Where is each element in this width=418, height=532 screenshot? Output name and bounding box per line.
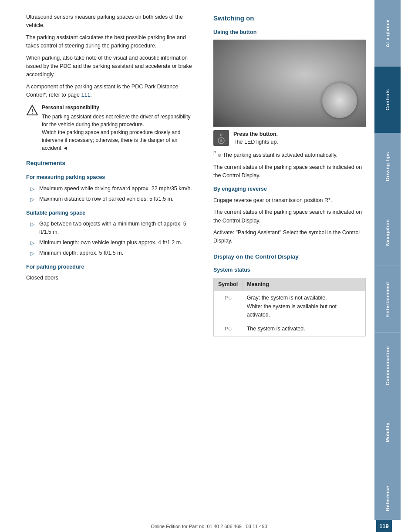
symbol-cell-1: P⊙ [214, 291, 243, 322]
measuring-bullet-1: ▷ Maximum speed while driving forward ap… [26, 185, 196, 193]
svg-point-3 [246, 69, 288, 106]
for-parking-text: Closed doors. [26, 274, 196, 282]
button-desc-1: Press the button. [233, 131, 278, 137]
svg-point-17 [220, 139, 222, 142]
current-status-text: The current status of the parking space … [213, 208, 366, 225]
warning-text: Personal responsibility The parking assi… [42, 104, 196, 152]
using-button-title: Using the button [213, 28, 366, 37]
status-text-1: The current status of the parking space … [213, 163, 366, 180]
page-number: 119 [376, 520, 392, 532]
svg-rect-8 [323, 86, 335, 95]
bullet-arrow-icon: ▷ [30, 239, 37, 247]
svg-rect-5 [308, 75, 320, 84]
right-column: Switching on Using the button [205, 0, 374, 532]
by-engaging-title: By engaging reverse [213, 185, 366, 193]
engage-text: Engage reverse gear or transmission posi… [213, 196, 366, 205]
intro-para-1: Ultrasound sensors measure parking space… [26, 13, 196, 30]
intro-para-3: When parking, also take note of the visu… [26, 54, 196, 79]
activate-text: Activate: "Parking Assistant" Select the… [213, 229, 366, 246]
measuring-bullet-2: ▷ Maximum distance to row of parked vehi… [26, 195, 196, 204]
warning-icon: ! [26, 104, 38, 117]
table-col-symbol: Symbol [214, 278, 243, 291]
button-description: Press the button. The LED lights up. [233, 130, 278, 147]
system-status-table: Symbol Meaning P⊙ Gray: the system is no… [213, 278, 366, 337]
button-indicator: P Press the button. The LED lights up. [213, 130, 366, 147]
table-row: P⊙ The system is activated. [214, 322, 366, 336]
bullet-arrow-icon: ▷ [30, 249, 37, 258]
bullet-arrow-icon: ▷ [30, 185, 37, 193]
system-status-title: System status [213, 266, 366, 274]
svg-rect-2 [213, 42, 366, 124]
car-interior-image [213, 40, 366, 127]
sidebar: At a glance Controls Driving tips Naviga… [374, 0, 401, 532]
table-row: P⊙ Gray: the system is not available. Wh… [214, 291, 366, 322]
for-measuring-title: For measuring parking spaces [26, 173, 196, 182]
button-desc-2: The LED lights up. [233, 139, 278, 145]
bullet-arrow-icon: ▷ [30, 220, 37, 236]
warning-body-1: The parking assistant does not relieve t… [42, 114, 191, 128]
intro-para-2: The parking assistant calculates the bes… [26, 34, 196, 51]
left-column: Ultrasound sensors measure parking space… [0, 0, 205, 532]
intro-para-4: A component of the parking assistant is … [26, 83, 196, 100]
suitable-bullet-1: ▷ Gap between two objects with a minimum… [26, 220, 196, 236]
table-col-meaning: Meaning [243, 278, 366, 291]
page-link[interactable]: 111 [81, 92, 90, 98]
button-icon: P [213, 130, 229, 146]
sidebar-item-communication[interactable]: Communication [374, 333, 401, 399]
svg-rect-13 [213, 108, 366, 109]
svg-point-10 [334, 76, 348, 91]
sidebar-item-at-a-glance[interactable]: At a glance [374, 0, 401, 67]
switching-on-title: Switching on [213, 13, 366, 23]
suitable-parking-title: Suitable parking space [26, 209, 196, 217]
svg-rect-12 [213, 106, 366, 125]
svg-point-4 [250, 73, 283, 101]
symbol-cell-2: P⊙ [214, 322, 243, 336]
sidebar-item-driving-tips[interactable]: Driving tips [374, 133, 401, 200]
display-title: Display on the Control Display [213, 253, 366, 262]
sidebar-item-controls[interactable]: Controls [374, 67, 401, 133]
meaning-cell-2: The system is activated. [243, 322, 366, 336]
sidebar-item-mobility[interactable]: Mobility [374, 399, 401, 466]
svg-rect-11 [308, 98, 313, 101]
auto-text: P ⊙ The parking assistant is activated a… [213, 150, 366, 160]
svg-point-9 [330, 71, 353, 94]
page-footer: Online Edition for Part no. 01 40 2 606 … [0, 520, 418, 532]
footer-text: Online Edition for Part no. 01 40 2 606 … [151, 524, 267, 529]
for-parking-title: For parking procedure [26, 263, 196, 271]
suitable-bullet-3: ▷ Minimum depth: approx. 5 ft/1.5 m. [26, 249, 196, 258]
sidebar-item-entertainment[interactable]: Entertainment [374, 266, 401, 333]
suitable-bullet-2: ▷ Minimum length: own vehicle length plu… [26, 239, 196, 247]
warning-title: Personal responsibility [42, 104, 196, 111]
meaning-cell-1: Gray: the system is not available. White… [243, 291, 366, 322]
warning-box: ! Personal responsibility The parking as… [26, 104, 196, 152]
warning-body-2: Watch the parking space and parking proc… [42, 129, 180, 151]
sidebar-item-navigation[interactable]: Navigation [374, 199, 401, 266]
svg-rect-6 [323, 75, 335, 84]
svg-rect-7 [308, 86, 320, 95]
requirements-title: Requirements [26, 159, 196, 168]
svg-text:!: ! [31, 108, 34, 115]
svg-text:P: P [220, 133, 222, 137]
bullet-arrow-icon: ▷ [30, 195, 37, 204]
